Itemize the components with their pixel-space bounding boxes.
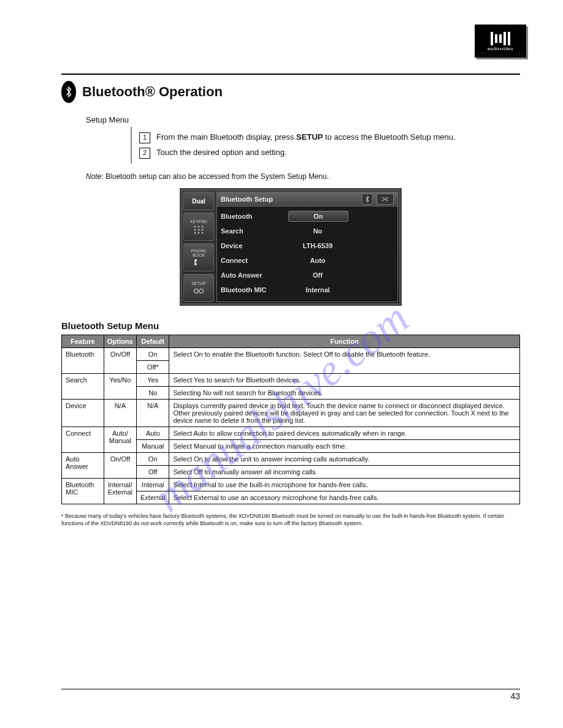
- svg-point-8: [202, 232, 204, 233]
- screen-title: Bluetooth Setup: [221, 195, 273, 203]
- device-sidebar: Dual KEYPAD PHONE BOOK SETUP: [183, 192, 214, 302]
- cell-default: No: [137, 387, 169, 400]
- menu-value-device: LTH-6539: [288, 241, 347, 251]
- th-options: Options: [104, 335, 136, 348]
- step-text: to access the Bluetooth Setup menu.: [325, 132, 455, 142]
- cell-default: External: [137, 491, 169, 504]
- th-default: Default: [137, 335, 169, 348]
- step-number-box: 1: [139, 132, 150, 143]
- step-keyword: SETUP: [296, 132, 323, 142]
- cell-function: Select Internal to use the built-in micr…: [169, 479, 520, 491]
- table-row: Search Yes/No Yes Select Yes to search f…: [62, 374, 520, 387]
- menu-value-search[interactable]: No: [288, 226, 347, 236]
- cell-feature: Bluetooth: [62, 348, 104, 374]
- menu-label: Auto Answer: [221, 271, 288, 279]
- cell-function: Select On to allow the unit to answer in…: [169, 453, 520, 466]
- menu-row-search: Search No: [221, 224, 394, 238]
- close-icon[interactable]: [377, 194, 394, 205]
- cell-function: Selecting No will not search for Bluetoo…: [169, 387, 520, 400]
- cell-options: N/A: [104, 400, 136, 427]
- page-number: 43: [510, 691, 520, 701]
- cell-function: Select Manual to initiate a connection m…: [169, 440, 520, 453]
- cell-function: Select Off to manually answer all incomi…: [169, 466, 520, 479]
- keypad-button[interactable]: KEYPAD: [183, 213, 214, 241]
- device-screen: Bluetooth Setup Bluetooth On Search No D…: [216, 192, 398, 302]
- cell-options: Manual: [108, 437, 132, 444]
- setup-label: SETUP: [191, 281, 205, 286]
- svg-point-6: [194, 232, 196, 233]
- cell-feature: Search: [62, 374, 104, 400]
- step-text: From the main Bluetooth display, press: [156, 132, 296, 142]
- cell-default: Auto: [137, 427, 169, 440]
- svg-point-5: [202, 229, 204, 230]
- menu-row-connect: Connect Auto: [221, 253, 394, 268]
- cell-options: External: [108, 488, 132, 496]
- product-name: XDVDN8190: [475, 50, 526, 59]
- table-row: Connect Auto/Manual Auto Select Auto to …: [62, 427, 520, 440]
- cell-function: Displays currently paired device in bold…: [169, 400, 520, 427]
- setup-table: Feature Options Default Function Bluetoo…: [61, 335, 520, 504]
- svg-point-4: [198, 229, 200, 230]
- bluetooth-icon: [61, 81, 76, 103]
- cell-options: Yes/No: [104, 374, 136, 400]
- menu-label: Device: [221, 242, 288, 249]
- menu-label: Connect: [221, 257, 288, 264]
- cell-default: Off*: [137, 361, 169, 374]
- cell-default: Internal: [137, 479, 169, 491]
- intro-label: Setup Menu: [86, 115, 520, 124]
- menu-label: Bluetooth: [221, 213, 288, 220]
- table-row: Auto Answer On/Off On Select On to allow…: [62, 453, 520, 466]
- cell-feature: Device: [62, 400, 104, 427]
- step-number-box: 2: [139, 148, 150, 159]
- menu-value-connect[interactable]: Auto: [288, 256, 347, 265]
- cell-feature: Connect: [62, 427, 104, 453]
- cell-default: Manual: [137, 440, 169, 453]
- svg-point-2: [202, 226, 204, 227]
- svg-point-1: [198, 226, 200, 227]
- menu-label: Bluetooth MIC: [221, 286, 288, 294]
- cell-function: Select External to use an accessory micr…: [169, 491, 520, 504]
- keypad-label: KEYPAD: [190, 219, 207, 224]
- menu-value-bluetooth[interactable]: On: [288, 211, 348, 222]
- menu-value-mic[interactable]: Internal: [288, 285, 347, 295]
- table-row: Bluetooth On/Off On Select On to enable …: [62, 348, 520, 361]
- cell-feature: Auto Answer: [62, 453, 104, 479]
- cell-function: Select On to enable the Bluetooth functi…: [169, 348, 520, 374]
- steps-list: 1 From the main Bluetooth display, press…: [131, 127, 520, 164]
- table-row: Bluetooth MIC Internal/External Internal…: [62, 479, 520, 491]
- footnote-text: * Because many of today's vehicles have …: [61, 513, 520, 527]
- bluetooth-status-icon: [362, 194, 373, 205]
- section-heading: Bluetooth® Operation: [82, 84, 223, 100]
- svg-point-0: [194, 226, 196, 227]
- note-label: Note:: [86, 172, 104, 181]
- cell-feature: Bluetooth MIC: [62, 479, 104, 504]
- menu-value-autoanswer[interactable]: Off: [288, 270, 347, 280]
- menu-row-autoanswer: Auto Answer Off: [221, 268, 394, 282]
- cell-default: On: [137, 453, 169, 466]
- table-row: Device N/A N/A Displays currently paired…: [62, 400, 520, 427]
- logo-bars: [491, 32, 510, 45]
- svg-point-3: [194, 229, 196, 230]
- menu-row-bluetooth: Bluetooth On: [221, 209, 394, 224]
- settings-menu: Bluetooth On Search No Device LTH-6539 C…: [217, 207, 397, 301]
- setup-button[interactable]: SETUP: [183, 274, 214, 302]
- table-heading: Bluetooth Setup Menu: [61, 320, 520, 331]
- device-screenshot: Dual KEYPAD PHONE BOOK SETUP Bluetooth S…: [180, 188, 402, 306]
- phonebook-label-line2: BOOK: [193, 253, 205, 257]
- menu-label: Search: [221, 227, 288, 235]
- page-footer: 43: [61, 689, 520, 701]
- phonebook-button[interactable]: PHONE BOOK: [183, 243, 214, 271]
- cell-function: Select Yes to search for Bluetooth devic…: [169, 374, 520, 387]
- divider: [61, 74, 520, 75]
- device-logo-text: Dual: [192, 198, 205, 205]
- phonebook-label-line1: PHONE: [191, 249, 207, 253]
- device-logo-button[interactable]: Dual: [183, 192, 214, 210]
- cell-function: Select Auto to allow connection to paire…: [169, 427, 520, 440]
- cell-options: On/Off: [104, 453, 136, 479]
- keypad-icon: [193, 225, 205, 235]
- svg-point-10: [199, 289, 204, 293]
- cell-default: Off: [137, 466, 169, 479]
- cell-default: N/A: [137, 400, 169, 427]
- cell-options: Auto/: [108, 430, 132, 437]
- step-text: Touch the desired option and setting.: [156, 147, 286, 159]
